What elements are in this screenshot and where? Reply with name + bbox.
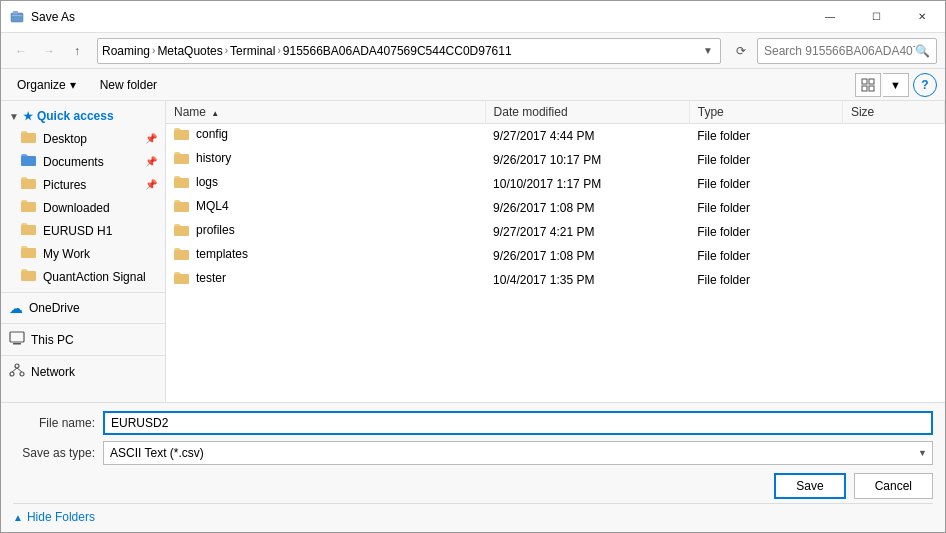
pin-icon: 📌 (145, 156, 157, 167)
breadcrumb-guid: 915566BA06ADA407569C544CC0D97611 (283, 44, 512, 58)
sidebar-item-quantaction[interactable]: QuantAction Signal (1, 265, 165, 288)
sidebar-item-onedrive[interactable]: ☁ OneDrive (1, 297, 165, 319)
folder-row-icon: profiles (174, 223, 235, 237)
file-size-cell (842, 268, 944, 292)
table-row[interactable]: MQL4 9/26/2017 1:08 PM File folder (166, 196, 945, 220)
forward-button[interactable]: → (37, 39, 61, 63)
cancel-button[interactable]: Cancel (854, 473, 933, 499)
sidebar-item-my-work[interactable]: My Work (1, 242, 165, 265)
svg-rect-0 (11, 13, 23, 22)
back-button[interactable]: ← (9, 39, 33, 63)
file-type-cell: File folder (689, 172, 842, 196)
sidebar-item-this-pc-label: This PC (31, 333, 74, 347)
col-header-date[interactable]: Date modified (485, 101, 689, 124)
maximize-button[interactable]: ☐ (853, 1, 899, 33)
sidebar-item-onedrive-label: OneDrive (29, 301, 80, 315)
navigation-toolbar: ← → ↑ Roaming › MetaQuotes › Terminal › … (1, 33, 945, 69)
action-bar: Organize ▾ New folder ▼ ? (1, 69, 945, 101)
sidebar-item-eurusd-h1[interactable]: EURUSD H1 (1, 219, 165, 242)
sidebar-item-network-label: Network (31, 365, 75, 379)
title-bar-controls: — ☐ ✕ (807, 1, 945, 33)
computer-icon (9, 331, 25, 348)
sidebar-divider-2 (1, 323, 165, 324)
filetype-select[interactable]: ASCII Text (*.csv) CSV (*.csv) Text File… (103, 441, 933, 465)
table-row[interactable]: logs 10/10/2017 1:17 PM File folder (166, 172, 945, 196)
sidebar-item-quantaction-label: QuantAction Signal (43, 270, 146, 284)
folder-row-icon: MQL4 (174, 199, 229, 213)
sidebar-item-pictures-label: Pictures (43, 178, 86, 192)
svg-rect-9 (21, 179, 36, 189)
sidebar-divider-1 (1, 292, 165, 293)
search-input[interactable] (764, 44, 915, 58)
quick-access-header[interactable]: ▼ ★ Quick access (1, 105, 165, 127)
table-header: Name ▲ Date modified Type Size (166, 101, 945, 124)
folder-row-icon: tester (174, 271, 226, 285)
file-name-cell: logs (166, 172, 485, 196)
table-row[interactable]: profiles 9/27/2017 4:21 PM File folder (166, 220, 945, 244)
organize-button[interactable]: Organize ▾ (9, 76, 84, 94)
file-name-cell: config (166, 124, 485, 148)
sidebar-item-desktop-label: Desktop (43, 132, 87, 146)
view-dropdown-button[interactable]: ▼ (883, 73, 909, 97)
sidebar-item-this-pc[interactable]: This PC (1, 328, 165, 351)
folder-icon (174, 247, 190, 261)
filetype-label: Save as type: (13, 446, 103, 460)
quick-access-star-icon: ★ (23, 110, 33, 123)
col-header-type[interactable]: Type (689, 101, 842, 124)
sidebar-item-desktop[interactable]: Desktop 📌 (1, 127, 165, 150)
file-size-cell (842, 148, 944, 172)
up-button[interactable]: ↑ (65, 39, 89, 63)
minimize-button[interactable]: — (807, 1, 853, 33)
close-button[interactable]: ✕ (899, 1, 945, 33)
file-date-cell: 9/27/2017 4:44 PM (485, 124, 689, 148)
svg-rect-15 (13, 343, 21, 345)
file-date-cell: 10/4/2017 1:35 PM (485, 268, 689, 292)
new-folder-button[interactable]: New folder (92, 76, 165, 94)
svg-rect-11 (21, 225, 36, 235)
view-grid-icon (861, 78, 875, 92)
filename-row: File name: (13, 411, 933, 435)
file-name-cell: profiles (166, 220, 485, 244)
sidebar-item-downloaded[interactable]: Downloaded (1, 196, 165, 219)
view-toggle-button[interactable] (855, 73, 881, 97)
svg-rect-27 (174, 274, 189, 284)
sidebar-item-network[interactable]: Network (1, 360, 165, 383)
col-header-size[interactable]: Size (842, 101, 944, 124)
sidebar-item-pictures[interactable]: Pictures 📌 (1, 173, 165, 196)
filename-label: File name: (13, 416, 103, 430)
folder-icon (174, 151, 190, 165)
svg-rect-4 (869, 79, 874, 84)
table-row[interactable]: config 9/27/2017 4:44 PM File folder (166, 124, 945, 148)
svg-point-16 (15, 364, 19, 368)
view-controls: ▼ (855, 73, 909, 97)
address-dropdown-button[interactable]: ▼ (700, 45, 716, 56)
help-button[interactable]: ? (913, 73, 937, 97)
quick-access-label: Quick access (37, 109, 114, 123)
organize-label: Organize (17, 78, 66, 92)
file-size-cell (842, 196, 944, 220)
svg-rect-1 (13, 11, 18, 14)
filename-input[interactable] (103, 411, 933, 435)
table-row[interactable]: templates 9/26/2017 1:08 PM File folder (166, 244, 945, 268)
svg-rect-23 (174, 178, 189, 188)
col-header-name[interactable]: Name ▲ (166, 101, 485, 124)
sidebar-item-documents[interactable]: Documents 📌 (1, 150, 165, 173)
address-bar[interactable]: Roaming › MetaQuotes › Terminal › 915566… (97, 38, 721, 64)
window-icon (9, 9, 25, 25)
svg-point-18 (20, 372, 24, 376)
hide-folders-toggle[interactable]: ▲ Hide Folders (13, 503, 933, 524)
refresh-button[interactable]: ⟳ (729, 38, 753, 64)
svg-rect-13 (21, 271, 36, 281)
sort-arrow: ▲ (211, 109, 219, 118)
svg-rect-6 (869, 86, 874, 91)
table-row[interactable]: tester 10/4/2017 1:35 PM File folder (166, 268, 945, 292)
save-button[interactable]: Save (774, 473, 845, 499)
quick-access-chevron: ▼ (9, 111, 19, 122)
table-row[interactable]: history 9/26/2017 10:17 PM File folder (166, 148, 945, 172)
svg-point-17 (10, 372, 14, 376)
file-type-cell: File folder (689, 268, 842, 292)
folder-row-icon: history (174, 151, 231, 165)
bottom-buttons: Save Cancel (13, 473, 933, 499)
svg-rect-22 (174, 154, 189, 164)
svg-rect-5 (862, 86, 867, 91)
